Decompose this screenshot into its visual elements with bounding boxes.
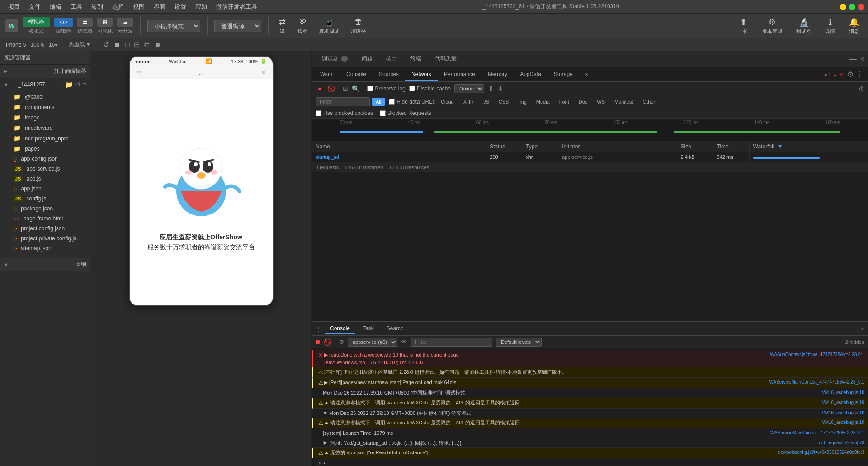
panel-tab-network[interactable]: Network [405, 68, 438, 81]
minimize-button[interactable] [840, 4, 846, 10]
console-source-6[interactable]: VM16_asdebug.js:10 [822, 419, 864, 426]
th-initiator[interactable]: Initiator [558, 141, 677, 152]
messages-button[interactable]: 🔔 消息 [845, 15, 863, 37]
tab-output[interactable]: 输出 [380, 52, 403, 66]
compile-select[interactable]: 普通编译 [214, 20, 261, 32]
scale-selector[interactable]: 16▾ [49, 42, 57, 48]
disable-cache-checkbox[interactable]: Disable cache [409, 86, 451, 92]
panel-tab-performance[interactable]: Performance [438, 68, 481, 81]
test-button[interactable]: 🔬 测试号 [793, 15, 815, 37]
clear-button[interactable]: 🚫 [327, 85, 335, 92]
console-drag-icon[interactable]: ⋮ [316, 326, 321, 332]
menu-item-wechat-tools[interactable]: 微信开发者工具 [212, 3, 262, 11]
hide-data-urls-checkbox[interactable]: Hide data URLs [389, 99, 435, 105]
copy-icon[interactable]: ⧉ [144, 41, 149, 49]
console-source-4[interactable]: VM16_asdebug.js:10 [822, 399, 864, 406]
tab-debugger[interactable]: 调试器 5 [316, 52, 354, 66]
file-item--babel[interactable]: 📁@babel [0, 91, 90, 102]
console-tab-task[interactable]: Task [357, 323, 379, 334]
file-item-components[interactable]: 📁components [0, 102, 90, 112]
file-item-sitemap-json[interactable]: {}sitemap.json [0, 243, 90, 253]
simulator-button[interactable]: 模拟器 [23, 17, 50, 27]
tab-issues[interactable]: 问题 [355, 52, 379, 66]
preserve-log-checkbox[interactable]: Preserve log [367, 86, 405, 92]
menu-item-edit[interactable]: 编辑 [45, 3, 66, 11]
menu-item-file[interactable]: 文件 [24, 3, 45, 11]
resource-manager-header[interactable]: 资源管理器 ≡ [0, 51, 90, 65]
editor-button[interactable]: </> [54, 18, 73, 27]
collapse-all-icon[interactable]: ≡ [83, 54, 86, 62]
filter-type-xhr[interactable]: XHR [459, 98, 478, 106]
file-item-miniprogram-npm[interactable]: 📁miniprogram_npm [0, 133, 90, 143]
menu-item-goto[interactable]: 转到 [87, 3, 108, 11]
eye-icon[interactable]: 👁 [401, 338, 407, 346]
project-header[interactable]: ▼ _14481257... + 📁 ↺ ≡ [0, 78, 90, 91]
filter-type-doc[interactable]: Doc [575, 98, 592, 106]
debugger-button[interactable]: ⇄ [77, 18, 93, 27]
mode-select[interactable]: 小程序模式 [147, 20, 200, 32]
filter-type-font[interactable]: Font [555, 98, 573, 106]
th-size[interactable]: Size [677, 141, 713, 152]
file-item-pages[interactable]: 📁pages [0, 143, 90, 154]
panel-tab-appdata[interactable]: AppData [514, 68, 547, 81]
menu-item-interface[interactable]: 界面 [149, 3, 170, 11]
upload-icon[interactable]: ⬆ [488, 84, 494, 93]
menu-item-settings[interactable]: 设置 [170, 3, 191, 11]
file-item-project-private-config-js---[interactable]: {}project.private.config.js... [0, 233, 90, 243]
search-icon[interactable]: 🔍 [352, 85, 359, 92]
context-select[interactable]: appservice (#6) [348, 338, 397, 347]
open-editors-header[interactable]: ▶ 打开的编辑器 [0, 65, 90, 78]
visual-button[interactable]: ⊞ [97, 18, 113, 27]
has-blocked-cookies-checkbox[interactable]: Has blocked cookies [316, 110, 373, 116]
console-source-3[interactable]: VM16_asdebug.js:10 [822, 389, 864, 396]
filter-type-img[interactable]: Img [514, 98, 530, 106]
network-settings-icon[interactable]: ⚙ [859, 85, 864, 92]
console-source-8[interactable]: mid_request.js?[sm]:73 [818, 439, 864, 446]
filter-type-ws[interactable]: WS [593, 98, 609, 106]
add-file-icon[interactable]: + [59, 81, 63, 88]
clean-button[interactable]: 🗑 清缓存 [347, 15, 369, 36]
file-item-app-config-json[interactable]: {}app-config.json [0, 154, 90, 164]
panel-tab-memory[interactable]: Memory [481, 68, 514, 81]
panel-tab-console[interactable]: Console [340, 68, 373, 81]
clear-console-icon[interactable]: 🚫 [324, 338, 331, 346]
console-filter-input[interactable] [411, 338, 492, 347]
filter-type-media[interactable]: Media [532, 98, 554, 106]
outline-header[interactable]: ▼ 大纲 [0, 258, 90, 271]
close-button[interactable] [858, 4, 864, 10]
panel-tab-sources[interactable]: Sources [373, 68, 405, 81]
emoji-icon[interactable]: ☻ [154, 41, 161, 49]
cloud-button[interactable]: ☁ [117, 18, 133, 27]
th-type[interactable]: Type [522, 141, 558, 152]
filter-icon[interactable]: ⊞ [343, 85, 348, 92]
translate-button[interactable]: ⇄ 译 [275, 15, 289, 37]
tab-terminal[interactable]: 终端 [404, 52, 428, 66]
file-item-app-js[interactable]: JSapp.js [0, 174, 90, 184]
console-tab-console[interactable]: Console [325, 323, 355, 334]
th-time[interactable]: Time [713, 141, 750, 152]
th-waterfall[interactable]: Waterfall ▼ [750, 141, 868, 152]
devtools-settings-icon[interactable]: ⚙ [847, 70, 854, 79]
add-folder-icon[interactable]: 📁 [65, 81, 73, 88]
devtools-minimize-icon[interactable]: — [849, 55, 857, 63]
table-row-0[interactable]: startup_ad 200 xhr app-service.js 2.4 kB… [312, 152, 868, 162]
record-button[interactable]: ● [316, 84, 324, 93]
throttle-select[interactable]: Online [454, 84, 484, 93]
filter-type-css[interactable]: CSS [495, 98, 513, 106]
details-button[interactable]: ℹ 详情 [821, 15, 839, 37]
console-source-9[interactable]: devtoolsconfig.js?t=.40485610524a0d9fa:3 [778, 449, 864, 456]
refresh-project-icon[interactable]: ↺ [75, 81, 80, 88]
devtools-more-icon[interactable]: ⋮ [856, 70, 863, 79]
blocked-requests-checkbox[interactable]: Blocked Requests [380, 110, 431, 116]
upload-button[interactable]: ⬆ 上传 [735, 15, 752, 37]
menu-item-view[interactable]: 视图 [128, 3, 149, 11]
maximize-button[interactable] [849, 4, 855, 10]
panel-tab-storage[interactable]: Storage [547, 68, 579, 81]
th-name[interactable]: Name [312, 141, 486, 152]
filter-all[interactable]: All [372, 98, 385, 106]
download-icon[interactable]: ⬇ [497, 84, 503, 93]
menu-item-select[interactable]: 选择 [108, 3, 128, 11]
file-item-config-js[interactable]: JSconfig.js [0, 194, 90, 204]
hot-reload-toggle[interactable]: 热重载 ▾ [69, 41, 89, 48]
preview-button[interactable]: 👁 预览 [294, 15, 311, 36]
